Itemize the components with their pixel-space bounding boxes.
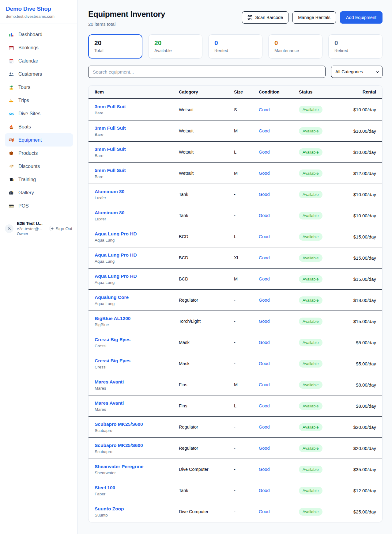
condition-link[interactable]: Good [259,171,270,176]
condition-link[interactable]: Good [259,509,270,514]
condition-cell: Good [259,234,299,239]
item-category: Wetsuit [179,128,234,133]
rental-price: $10.00/day [348,150,376,155]
item-category: Mask [179,361,234,366]
item-name-link[interactable]: Aqualung Core [95,295,129,300]
item-name-link[interactable]: Scubapro MK25/S600 [95,421,143,427]
item-cell: Mares AvantiMares [95,400,179,412]
item-brand: Bare [95,132,179,137]
table-row: Suunto ZoopSuuntoDive Computer-GoodAvail… [89,501,382,522]
status-cell: Available [299,275,348,283]
item-name-link[interactable]: Steel 100 [95,485,115,490]
condition-link[interactable]: Good [259,107,270,112]
sidebar-item-discounts[interactable]: Discounts [5,160,73,173]
sidebar-item-trips[interactable]: Trips [5,94,73,107]
scan-barcode-button[interactable]: Scan Barcode [242,11,288,24]
condition-link[interactable]: Good [259,213,270,218]
category-select[interactable]: All Categories [331,66,383,78]
sidebar-item-equipment[interactable]: Equipment [5,133,73,147]
condition-link[interactable]: Good [259,277,270,281]
table-row: Steel 100FaberTank-GoodAvailable$12.00/d… [89,480,382,501]
add-equipment-button[interactable]: Add Equipment [340,11,383,24]
sidebar-item-pos[interactable]: POS [5,199,73,212]
item-name-link[interactable]: Aluminum 80 [95,210,124,216]
item-size: - [234,319,259,324]
item-name-link[interactable]: Mares Avanti [95,379,124,385]
condition-link[interactable]: Good [259,446,270,451]
item-name-link[interactable]: Mares Avanti [95,400,124,406]
status-cell: Available [299,254,348,262]
sign-out-button[interactable]: Sign Out [49,226,73,231]
page-title: Equipment Inventory [88,10,165,19]
condition-link[interactable]: Good [259,255,270,260]
item-name-link[interactable]: 3mm Full Suit [95,125,126,131]
rental-price: $5.00/day [348,361,376,366]
item-name-link[interactable]: BigBlue AL1200 [95,316,130,321]
condition-link[interactable]: Good [259,128,270,133]
item-name-link[interactable]: Aqua Lung Pro HD [95,231,137,237]
stat-card-rented[interactable]: 0Rented [208,34,262,59]
condition-cell: Good [259,425,299,429]
item-category: BCD [179,234,234,239]
stat-card-total[interactable]: 20Total [88,34,142,59]
condition-link[interactable]: Good [259,467,270,472]
sidebar-item-customers[interactable]: Customers [5,67,73,81]
sidebar-item-boats[interactable]: Boats [5,120,73,133]
manage-rentals-button[interactable]: Manage Rentals [292,11,336,24]
item-name-link[interactable]: 3mm Full Suit [95,147,126,152]
table-body: 3mm Full SuitBareWetsuitSGoodAvailable$1… [89,99,382,522]
item-name-link[interactable]: Shearwater Peregrine [95,464,143,469]
item-name-link[interactable]: Aqua Lung Pro HD [95,273,137,279]
rental-price: $12.00/day [348,171,376,176]
status-badge: Available [299,148,322,156]
status-badge: Available [299,444,322,452]
condition-link[interactable]: Good [259,425,270,429]
stat-card-retired[interactable]: 0Retired [328,34,383,59]
condition-link[interactable]: Good [259,234,270,239]
search-input[interactable] [88,66,326,78]
condition-link[interactable]: Good [259,403,270,408]
item-name-link[interactable]: 5mm Full Suit [95,168,126,173]
sidebar-item-tours[interactable]: Tours [5,81,73,94]
item-name-link[interactable]: Cressi Big Eyes [95,337,130,342]
rental-price: $10.00/day [348,192,376,197]
item-name-link[interactable]: Scubapro MK25/S600 [95,443,143,448]
condition-link[interactable]: Good [259,192,270,197]
item-name-link[interactable]: 3mm Full Suit [95,104,126,109]
item-name-link[interactable]: Aqua Lung Pro HD [95,252,137,258]
graduation-cap-icon [8,177,14,182]
condition-link[interactable]: Good [259,382,270,387]
item-name-link[interactable]: Aluminum 80 [95,189,124,194]
item-cell: Aluminum 80Luxfer [95,189,179,200]
item-size: - [234,361,259,366]
rental-price: $8.00/day [348,403,376,409]
stat-card-available[interactable]: 20Available [148,34,202,59]
condition-link[interactable]: Good [259,488,270,493]
condition-link[interactable]: Good [259,319,270,324]
speedboat-icon [8,98,14,103]
item-size: - [234,446,259,451]
condition-link[interactable]: Good [259,340,270,345]
stat-value: 0 [274,39,316,47]
sidebar-item-training[interactable]: Training [5,173,73,186]
item-category: Fins [179,403,234,408]
sidebar-item-bookings[interactable]: 17Bookings [5,41,73,54]
stat-label: Rented [214,48,256,53]
condition-link[interactable]: Good [259,150,270,154]
item-category: Mask [179,340,234,345]
item-name-link[interactable]: Suunto Zoop [95,506,124,512]
brand-link[interactable]: Demo Dive Shop [6,6,71,12]
item-category: Tank [179,213,234,218]
sidebar-item-gallery[interactable]: Gallery [5,186,73,199]
stat-card-maintenance[interactable]: 0Maintenance [268,34,322,59]
condition-link[interactable]: Good [259,361,270,366]
condition-link[interactable]: Good [259,298,270,303]
item-cell: Cressi Big EyesCressi [95,358,179,369]
sidebar-item-products[interactable]: Products [5,147,73,160]
sidebar-item-dashboard[interactable]: Dashboard [5,28,73,41]
page-title-block: Equipment Inventory 20 items total [88,10,165,27]
sidebar-item-dive-sites[interactable]: Dive Sites [5,107,73,120]
item-name-link[interactable]: Cressi Big Eyes [95,358,130,364]
condition-cell: Good [259,107,299,112]
sidebar-item-calendar[interactable]: Calendar [5,54,73,67]
